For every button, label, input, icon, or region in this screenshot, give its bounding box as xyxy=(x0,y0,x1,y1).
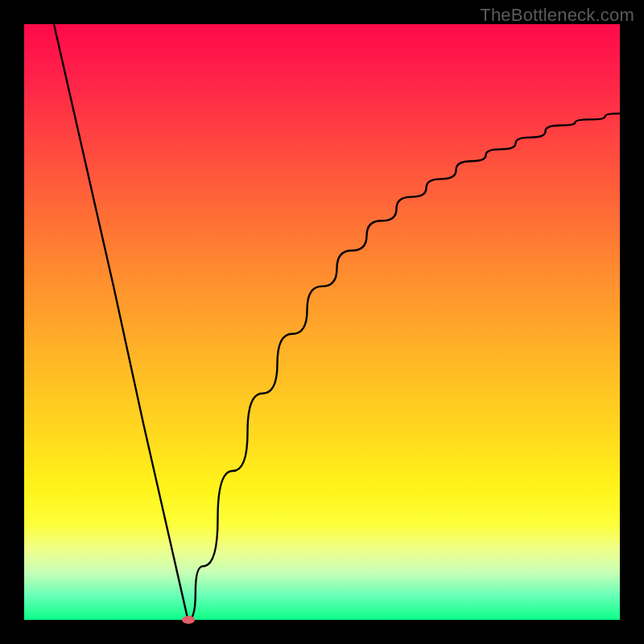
bottleneck-curve xyxy=(24,24,620,620)
curve-path xyxy=(54,24,620,620)
attribution-text: TheBottleneck.com xyxy=(480,5,634,26)
minimum-marker xyxy=(182,616,195,624)
